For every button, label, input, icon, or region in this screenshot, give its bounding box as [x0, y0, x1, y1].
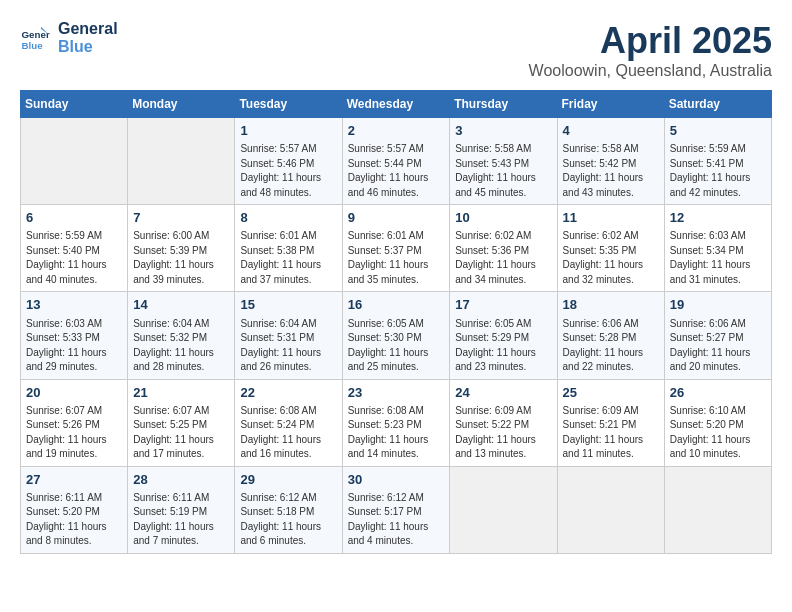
day-number: 18 — [563, 296, 659, 314]
day-number: 14 — [133, 296, 229, 314]
day-number: 21 — [133, 384, 229, 402]
day-info: Sunrise: 6:11 AM Sunset: 5:19 PM Dayligh… — [133, 491, 229, 549]
calendar-cell: 3Sunrise: 5:58 AM Sunset: 5:43 PM Daylig… — [450, 118, 557, 205]
day-info: Sunrise: 6:09 AM Sunset: 5:21 PM Dayligh… — [563, 404, 659, 462]
calendar-cell: 19Sunrise: 6:06 AM Sunset: 5:27 PM Dayli… — [664, 292, 771, 379]
day-number: 26 — [670, 384, 766, 402]
day-number: 7 — [133, 209, 229, 227]
calendar-cell: 5Sunrise: 5:59 AM Sunset: 5:41 PM Daylig… — [664, 118, 771, 205]
day-info: Sunrise: 6:04 AM Sunset: 5:32 PM Dayligh… — [133, 317, 229, 375]
calendar-cell: 11Sunrise: 6:02 AM Sunset: 5:35 PM Dayli… — [557, 205, 664, 292]
calendar-cell: 10Sunrise: 6:02 AM Sunset: 5:36 PM Dayli… — [450, 205, 557, 292]
day-number: 4 — [563, 122, 659, 140]
day-number: 19 — [670, 296, 766, 314]
week-row-2: 6Sunrise: 5:59 AM Sunset: 5:40 PM Daylig… — [21, 205, 772, 292]
day-number: 29 — [240, 471, 336, 489]
day-number: 8 — [240, 209, 336, 227]
day-number: 9 — [348, 209, 445, 227]
day-info: Sunrise: 6:02 AM Sunset: 5:35 PM Dayligh… — [563, 229, 659, 287]
calendar-cell: 1Sunrise: 5:57 AM Sunset: 5:46 PM Daylig… — [235, 118, 342, 205]
day-info: Sunrise: 6:01 AM Sunset: 5:38 PM Dayligh… — [240, 229, 336, 287]
day-info: Sunrise: 6:05 AM Sunset: 5:29 PM Dayligh… — [455, 317, 551, 375]
calendar-cell — [557, 466, 664, 553]
week-row-1: 1Sunrise: 5:57 AM Sunset: 5:46 PM Daylig… — [21, 118, 772, 205]
day-info: Sunrise: 6:07 AM Sunset: 5:25 PM Dayligh… — [133, 404, 229, 462]
calendar-cell: 23Sunrise: 6:08 AM Sunset: 5:23 PM Dayli… — [342, 379, 450, 466]
day-number: 5 — [670, 122, 766, 140]
weekday-header-monday: Monday — [128, 91, 235, 118]
day-info: Sunrise: 5:58 AM Sunset: 5:42 PM Dayligh… — [563, 142, 659, 200]
calendar-cell — [664, 466, 771, 553]
day-info: Sunrise: 6:11 AM Sunset: 5:20 PM Dayligh… — [26, 491, 122, 549]
day-number: 23 — [348, 384, 445, 402]
day-number: 10 — [455, 209, 551, 227]
day-info: Sunrise: 5:59 AM Sunset: 5:40 PM Dayligh… — [26, 229, 122, 287]
calendar-cell: 26Sunrise: 6:10 AM Sunset: 5:20 PM Dayli… — [664, 379, 771, 466]
calendar-cell: 17Sunrise: 6:05 AM Sunset: 5:29 PM Dayli… — [450, 292, 557, 379]
header: General Blue General Blue April 2025 Woo… — [20, 20, 772, 80]
day-number: 12 — [670, 209, 766, 227]
calendar-cell: 20Sunrise: 6:07 AM Sunset: 5:26 PM Dayli… — [21, 379, 128, 466]
weekday-header-friday: Friday — [557, 91, 664, 118]
day-number: 20 — [26, 384, 122, 402]
calendar-cell: 24Sunrise: 6:09 AM Sunset: 5:22 PM Dayli… — [450, 379, 557, 466]
weekday-header-sunday: Sunday — [21, 91, 128, 118]
day-number: 2 — [348, 122, 445, 140]
logo-icon: General Blue — [20, 23, 50, 53]
calendar-cell: 8Sunrise: 6:01 AM Sunset: 5:38 PM Daylig… — [235, 205, 342, 292]
day-number: 11 — [563, 209, 659, 227]
day-info: Sunrise: 6:08 AM Sunset: 5:24 PM Dayligh… — [240, 404, 336, 462]
month-title: April 2025 — [529, 20, 772, 62]
calendar-cell: 2Sunrise: 5:57 AM Sunset: 5:44 PM Daylig… — [342, 118, 450, 205]
location-title: Wooloowin, Queensland, Australia — [529, 62, 772, 80]
calendar-cell: 22Sunrise: 6:08 AM Sunset: 5:24 PM Dayli… — [235, 379, 342, 466]
calendar-cell: 6Sunrise: 5:59 AM Sunset: 5:40 PM Daylig… — [21, 205, 128, 292]
day-number: 22 — [240, 384, 336, 402]
day-number: 13 — [26, 296, 122, 314]
calendar-table: SundayMondayTuesdayWednesdayThursdayFrid… — [20, 90, 772, 554]
calendar-cell — [128, 118, 235, 205]
calendar-cell: 13Sunrise: 6:03 AM Sunset: 5:33 PM Dayli… — [21, 292, 128, 379]
weekday-header-tuesday: Tuesday — [235, 91, 342, 118]
day-info: Sunrise: 6:10 AM Sunset: 5:20 PM Dayligh… — [670, 404, 766, 462]
weekday-header-wednesday: Wednesday — [342, 91, 450, 118]
weekday-header-row: SundayMondayTuesdayWednesdayThursdayFrid… — [21, 91, 772, 118]
day-info: Sunrise: 6:08 AM Sunset: 5:23 PM Dayligh… — [348, 404, 445, 462]
week-row-5: 27Sunrise: 6:11 AM Sunset: 5:20 PM Dayli… — [21, 466, 772, 553]
day-info: Sunrise: 6:03 AM Sunset: 5:34 PM Dayligh… — [670, 229, 766, 287]
calendar-cell — [450, 466, 557, 553]
day-info: Sunrise: 6:06 AM Sunset: 5:27 PM Dayligh… — [670, 317, 766, 375]
day-info: Sunrise: 6:04 AM Sunset: 5:31 PM Dayligh… — [240, 317, 336, 375]
weekday-header-saturday: Saturday — [664, 91, 771, 118]
day-info: Sunrise: 6:00 AM Sunset: 5:39 PM Dayligh… — [133, 229, 229, 287]
logo: General Blue General Blue — [20, 20, 118, 56]
day-info: Sunrise: 6:02 AM Sunset: 5:36 PM Dayligh… — [455, 229, 551, 287]
calendar-cell: 7Sunrise: 6:00 AM Sunset: 5:39 PM Daylig… — [128, 205, 235, 292]
day-info: Sunrise: 6:12 AM Sunset: 5:17 PM Dayligh… — [348, 491, 445, 549]
day-number: 28 — [133, 471, 229, 489]
calendar-cell: 9Sunrise: 6:01 AM Sunset: 5:37 PM Daylig… — [342, 205, 450, 292]
day-number: 30 — [348, 471, 445, 489]
day-number: 16 — [348, 296, 445, 314]
calendar-cell: 25Sunrise: 6:09 AM Sunset: 5:21 PM Dayli… — [557, 379, 664, 466]
day-number: 25 — [563, 384, 659, 402]
logo-blue: Blue — [58, 38, 118, 56]
calendar-cell: 27Sunrise: 6:11 AM Sunset: 5:20 PM Dayli… — [21, 466, 128, 553]
calendar-cell: 21Sunrise: 6:07 AM Sunset: 5:25 PM Dayli… — [128, 379, 235, 466]
day-number: 6 — [26, 209, 122, 227]
calendar-cell: 28Sunrise: 6:11 AM Sunset: 5:19 PM Dayli… — [128, 466, 235, 553]
day-info: Sunrise: 6:07 AM Sunset: 5:26 PM Dayligh… — [26, 404, 122, 462]
day-info: Sunrise: 6:05 AM Sunset: 5:30 PM Dayligh… — [348, 317, 445, 375]
calendar-cell: 14Sunrise: 6:04 AM Sunset: 5:32 PM Dayli… — [128, 292, 235, 379]
calendar-cell: 29Sunrise: 6:12 AM Sunset: 5:18 PM Dayli… — [235, 466, 342, 553]
day-number: 3 — [455, 122, 551, 140]
day-info: Sunrise: 5:59 AM Sunset: 5:41 PM Dayligh… — [670, 142, 766, 200]
day-number: 24 — [455, 384, 551, 402]
week-row-3: 13Sunrise: 6:03 AM Sunset: 5:33 PM Dayli… — [21, 292, 772, 379]
day-info: Sunrise: 5:58 AM Sunset: 5:43 PM Dayligh… — [455, 142, 551, 200]
svg-text:Blue: Blue — [22, 40, 44, 51]
calendar-cell: 18Sunrise: 6:06 AM Sunset: 5:28 PM Dayli… — [557, 292, 664, 379]
logo-general: General — [58, 20, 118, 38]
day-info: Sunrise: 5:57 AM Sunset: 5:46 PM Dayligh… — [240, 142, 336, 200]
day-info: Sunrise: 5:57 AM Sunset: 5:44 PM Dayligh… — [348, 142, 445, 200]
